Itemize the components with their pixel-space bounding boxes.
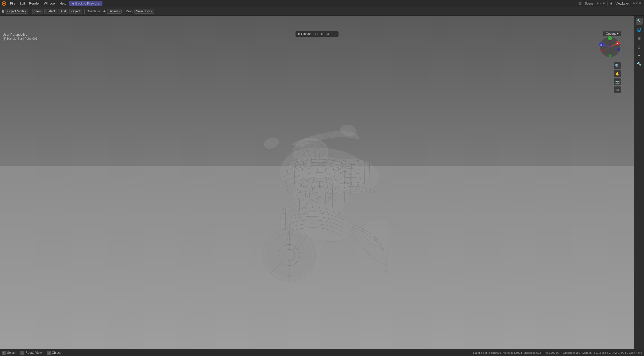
viewport-info: User Perspective (3) Handle Bar | Point.… xyxy=(3,33,38,40)
rotate-view-status: ↻ Rotate View xyxy=(20,351,42,355)
view-controls: 🔍 ✋ 📷 ⊞ xyxy=(614,62,621,93)
drag-label: Drag: xyxy=(126,10,133,13)
view-layer-label[interactable]: ViewLayer xyxy=(614,1,631,6)
scene-label[interactable]: Scene xyxy=(583,1,595,6)
svg-text:X: X xyxy=(617,42,618,45)
menu-edit[interactable]: Edit xyxy=(17,1,27,6)
svg-point-74 xyxy=(617,48,620,51)
scooter-wireframe: .wire { stroke: #777; stroke-width: 0.7;… xyxy=(211,94,387,290)
menu-window[interactable]: Window xyxy=(42,1,57,6)
back-icon: ◀ xyxy=(72,2,74,5)
viewport-top-controls: ⊞ Global ▾ ⬡ ⊛ ◈ ⋮ xyxy=(296,31,339,37)
select-icon: ↖ xyxy=(2,351,6,355)
render-icon: ◉ xyxy=(610,2,613,5)
svg-point-3 xyxy=(263,136,280,150)
menu-help[interactable]: Help xyxy=(57,1,68,6)
menu-file[interactable]: File xyxy=(8,1,17,6)
separator-2 xyxy=(84,9,85,14)
object-btn[interactable]: Object xyxy=(69,9,83,14)
sidebar-item-modifier[interactable]: 🔩 xyxy=(636,60,643,67)
object-mode-dropdown[interactable]: Object Mode xyxy=(6,9,28,14)
extras-icon: ⋮ xyxy=(333,32,336,36)
object-status: □ Object xyxy=(47,351,61,355)
svg-point-73 xyxy=(609,54,612,57)
viewport-mode: User Perspective xyxy=(3,33,38,36)
top-menubar: File Edit Render Window Help ◀ Back to P… xyxy=(0,0,644,7)
toolbar: ⊞ Object Mode View Select Add Object Ori… xyxy=(0,7,644,16)
sidebar-item-object[interactable]: ⊞ xyxy=(636,35,643,42)
svg-point-2 xyxy=(3,3,5,4)
blender-logo xyxy=(1,1,7,7)
orientation-dropdown[interactable]: Default xyxy=(107,9,122,14)
svg-point-72 xyxy=(601,49,604,52)
transform-icon: ⊞ xyxy=(298,32,301,36)
viewport-xray-btn[interactable]: ◈ xyxy=(326,32,331,36)
sidebar-item-properties[interactable]: 🔧 xyxy=(636,18,643,25)
global-btn[interactable]: ⊞ Global ▾ xyxy=(297,32,313,36)
separator-3 xyxy=(124,9,124,14)
zoom-in-btn[interactable]: 🔍 xyxy=(614,62,621,69)
select-btn[interactable]: Select xyxy=(44,9,57,14)
scene-icons: ⊕ ✕ ⊞ xyxy=(596,2,605,5)
viewport-shading-btn[interactable]: ⬡ xyxy=(313,32,319,36)
right-sidebar: 🔧 🌐 ⊞ △ ● 🔩 xyxy=(634,16,644,349)
select-status: ↖ Select xyxy=(2,351,15,355)
mode-icon: ⊞ xyxy=(2,9,5,13)
view-layer-icons: ⊕ ✕ ⊞ xyxy=(633,2,641,5)
hand-tool-btn[interactable]: ✋ xyxy=(614,70,621,77)
xray-icon: ◈ xyxy=(327,32,329,36)
separator-1 xyxy=(30,9,30,14)
header-right: 🎬 Scene ⊕ ✕ ⊞ ◉ ViewLayer ⊕ ✕ ⊞ xyxy=(576,0,643,7)
menu-render[interactable]: Render xyxy=(27,1,42,6)
orientation-icon: ⊕ xyxy=(103,10,106,13)
back-label: Back to Previous xyxy=(75,2,100,5)
grid-view-btn[interactable]: ⊞ xyxy=(614,86,621,93)
svg-text:Z: Z xyxy=(600,44,602,46)
add-btn[interactable]: Add xyxy=(58,9,68,14)
stats-info: Handle Bar | Point.001 | Verts:864,300 |… xyxy=(473,351,642,354)
view-btn[interactable]: View xyxy=(32,9,43,14)
status-bar: ↖ Select ↻ Rotate View □ Object Handle B… xyxy=(0,349,644,356)
rotate-icon: ↻ xyxy=(20,351,24,355)
viewport-extras-btn[interactable]: ⋮ xyxy=(331,32,337,36)
viewport-overlay-btn[interactable]: ⊛ xyxy=(319,32,325,36)
options-button[interactable]: Options ▾ xyxy=(603,31,621,36)
viewport-object: (3) Handle Bar | Point.001 xyxy=(3,37,38,40)
sidebar-item-scene[interactable]: 🌐 xyxy=(636,26,643,33)
camera-btn[interactable]: 📷 xyxy=(614,78,621,85)
sidebar-item-mesh[interactable]: △ xyxy=(636,43,643,50)
object-icon: □ xyxy=(47,351,51,355)
overlay-icon: ⊛ xyxy=(321,32,324,36)
scene-icon: 🎬 xyxy=(578,2,582,5)
svg-text:Y: Y xyxy=(609,37,611,40)
shading-icon: ⬡ xyxy=(315,32,317,36)
3d-viewport[interactable]: .wire { stroke: #777; stroke-width: 0.7;… xyxy=(0,16,634,349)
drag-dropdown[interactable]: Select Box xyxy=(134,9,154,14)
navigation-gizmo[interactable]: X Y Z xyxy=(599,36,621,58)
orientation-label: Orientation: xyxy=(87,10,102,13)
sidebar-item-material[interactable]: ● xyxy=(636,52,643,59)
back-to-previous-btn[interactable]: ◀ Back to Previous xyxy=(69,1,102,6)
svg-text:Vespa: Vespa xyxy=(314,194,324,198)
